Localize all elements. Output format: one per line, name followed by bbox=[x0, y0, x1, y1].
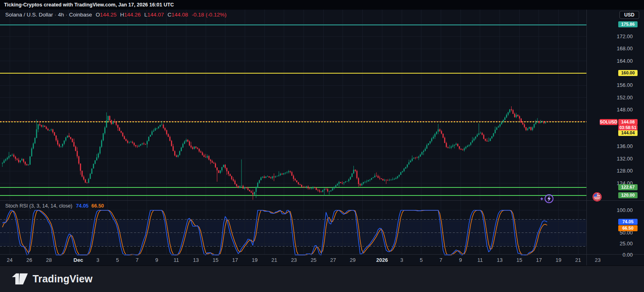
last-price-badge: 144.08 bbox=[618, 119, 638, 125]
price-axis-label: 168.00 bbox=[587, 45, 633, 52]
time-axis-label: 23 bbox=[291, 254, 297, 265]
time-axis-label: 17 bbox=[232, 254, 238, 265]
exchange-label[interactable]: Coinbase bbox=[69, 12, 92, 18]
price-axis-label: 132.00 bbox=[587, 155, 633, 162]
time-axis-label: Dec bbox=[74, 254, 83, 265]
price-axis-label: 148.00 bbox=[587, 106, 633, 113]
ohlc-value: 144.25 bbox=[100, 12, 116, 18]
time-axis-label: 21 bbox=[575, 254, 581, 265]
chart-canvas[interactable] bbox=[0, 0, 644, 292]
tradingview-brand-text[interactable]: TradingView bbox=[33, 273, 93, 285]
time-axis-label: 23 bbox=[595, 254, 601, 265]
stoch-axis-label: 25.00 bbox=[587, 240, 633, 247]
ohlc-values: O144.25H144.26L144.07C144.08 bbox=[92, 12, 188, 18]
time-axis-label: 7 bbox=[440, 254, 442, 265]
us-flag-event-icon[interactable] bbox=[592, 192, 602, 204]
ohlc-letter: L bbox=[144, 12, 148, 18]
symbol-price-tag: SOLUSD bbox=[600, 119, 617, 125]
tradingview-logo-icon[interactable] bbox=[11, 273, 28, 285]
change-value: -0.18 (-0.12%) bbox=[192, 12, 226, 18]
time-axis-label: 15 bbox=[213, 254, 218, 265]
time-axis-label: 3 bbox=[97, 254, 99, 265]
ohlc-value: 144.08 bbox=[171, 12, 188, 18]
ohlc-letter: H bbox=[120, 12, 124, 18]
ohlc-letter: O bbox=[96, 12, 100, 18]
time-axis-label: 29 bbox=[350, 254, 355, 265]
time-axis-label: 5 bbox=[116, 254, 119, 265]
time-axis-label: 19 bbox=[555, 254, 561, 265]
price-axis[interactable]: 172.00168.00164.00156.00152.00148.00136.… bbox=[587, 0, 644, 292]
legend-separator: · bbox=[55, 12, 57, 18]
stoch-k-badge: 74.05 bbox=[618, 219, 638, 225]
price-level-badge: 122.67 bbox=[618, 184, 638, 190]
time-axis-label: 24 bbox=[7, 254, 12, 265]
time-axis-label: 27 bbox=[330, 254, 336, 265]
time-axis-label: 3 bbox=[400, 254, 403, 265]
price-axis-label: 152.00 bbox=[587, 94, 633, 101]
price-axis-label: 156.00 bbox=[587, 82, 633, 89]
ohlc-value: 144.07 bbox=[147, 12, 164, 18]
time-axis-label: 5 bbox=[420, 254, 423, 265]
header-title: Ticking-Cryptos created with TradingView… bbox=[4, 2, 174, 8]
time-axis-label: 17 bbox=[536, 254, 542, 265]
footer: TradingView bbox=[0, 265, 644, 292]
tradingview-chart-app: Ticking-Cryptos created with TradingView… bbox=[0, 0, 644, 292]
legend-separator: · bbox=[66, 12, 68, 18]
time-axis-label: 13 bbox=[497, 254, 502, 265]
time-axis-label: 9 bbox=[459, 254, 462, 265]
time-axis-label: 26 bbox=[26, 254, 32, 265]
candle-countdown-badge: 03:58:51 bbox=[618, 125, 638, 130]
price-axis-label: 172.00 bbox=[587, 33, 633, 40]
header-strip: Ticking-Cryptos created with TradingView… bbox=[0, 0, 644, 10]
stoch-k-value: 74.05 bbox=[76, 203, 89, 209]
price-axis-label: 164.00 bbox=[587, 58, 633, 65]
time-axis-label: 2026 bbox=[376, 254, 388, 265]
price-level-badge: 160.00 bbox=[618, 70, 638, 76]
price-level-badge: 175.86 bbox=[618, 21, 638, 27]
interval-label[interactable]: 4h bbox=[58, 12, 64, 18]
stoch-d-badge: 66.50 bbox=[618, 225, 638, 231]
time-axis-label: 7 bbox=[136, 254, 138, 265]
time-axis[interactable]: 242628Dec3579111315171921232527292026357… bbox=[0, 254, 644, 265]
stoch-d-value: 66.50 bbox=[91, 203, 104, 209]
price-axis-label: 128.00 bbox=[587, 167, 633, 175]
time-axis-label: 11 bbox=[173, 254, 179, 265]
stoch-rsi-title[interactable]: Stoch RSI (3, 3, 14, 14, close) bbox=[5, 203, 72, 209]
price-level-badge: 120.00 bbox=[618, 192, 638, 198]
symbol-title[interactable]: Solana / U.S. Dollar bbox=[5, 12, 53, 18]
time-axis-label: 21 bbox=[271, 254, 277, 265]
time-axis-label: 15 bbox=[516, 254, 522, 265]
time-axis-label: 9 bbox=[155, 254, 158, 265]
time-axis-label: 28 bbox=[46, 254, 52, 265]
time-axis-label: 13 bbox=[193, 254, 198, 265]
time-axis-label: 11 bbox=[477, 254, 483, 265]
ohlc-value: 144.26 bbox=[124, 12, 140, 18]
ohlc-letter: C bbox=[167, 12, 171, 18]
time-axis-label: 19 bbox=[252, 254, 258, 265]
time-axis-label: 25 bbox=[311, 254, 316, 265]
lightning-event-icon[interactable] bbox=[539, 193, 555, 206]
currency-button[interactable]: USD bbox=[619, 11, 639, 19]
stoch-rsi-legend: Stoch RSI (3, 3, 14, 14, close)74.0566.5… bbox=[5, 203, 104, 209]
price-level-badge: 144.04 bbox=[618, 130, 638, 136]
stoch-axis-label: 100.00 bbox=[587, 207, 633, 214]
price-axis-label: 136.00 bbox=[587, 143, 633, 150]
symbol-legend: Solana / U.S. Dollar·4h·CoinbaseO144.25H… bbox=[5, 12, 227, 18]
